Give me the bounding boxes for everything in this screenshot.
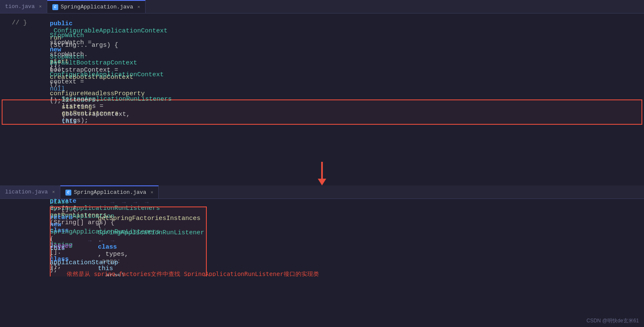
tab-tion-java[interactable]: tion.java × bbox=[0, 0, 47, 13]
tab-close-bottom-left-icon[interactable]: × bbox=[52, 190, 55, 195]
highlight-box-top: → SpringApplicationRunListeners listener… bbox=[2, 99, 642, 125]
down-arrow bbox=[318, 162, 326, 185]
code-line-close-brace: } 依然是从 spring.factories文件中查找 SpringAppli… bbox=[0, 261, 644, 273]
top-code-area: // } public ConfigurableApplicationConte… bbox=[0, 13, 644, 128]
tab-spring-application-java-top[interactable]: C SpringApplication.java × bbox=[47, 0, 146, 13]
editor-container: tion.java × C SpringApplication.java × /… bbox=[0, 0, 644, 327]
cn-comment-text: 依然是从 spring.factories文件中查找 SpringApplica… bbox=[67, 271, 319, 276]
code-line-public: public ConfigurableApplicationContext ru… bbox=[0, 29, 644, 40]
bottom-code-area: → private SpringApplicationRunListeners … bbox=[0, 199, 644, 276]
line-text: } 依然是从 spring.factories文件中查找 SpringAppli… bbox=[12, 249, 319, 276]
tab-spring-application-java-bottom[interactable]: C SpringApplication.java × bbox=[60, 185, 159, 198]
arrow-section bbox=[0, 160, 644, 185]
top-tab-bar: tion.java × C SpringApplication.java × bbox=[0, 0, 644, 13]
code-line-starting: → listeners. starting (bootstrapContext,… bbox=[3, 112, 641, 124]
line-text: → listeners. starting (bootstrapContext,… bbox=[16, 82, 138, 128]
tab-close-bottom-right-icon[interactable]: × bbox=[151, 190, 154, 195]
watermark: CSDN @明快de玄米61 bbox=[587, 317, 639, 324]
tab-lication-java[interactable]: lication.java × bbox=[0, 185, 60, 198]
tab-label-top: SpringApplication.java bbox=[61, 4, 133, 10]
tab-close-icon[interactable]: × bbox=[39, 4, 42, 9]
tab-icon-bottom: C bbox=[65, 190, 71, 196]
tab-label-bottom: SpringApplication.java bbox=[74, 189, 146, 196]
arrow-shaft bbox=[321, 162, 323, 179]
bottom-tab-bar: lication.java × C SpringApplication.java… bbox=[0, 185, 644, 199]
bottom-panel: lication.java × C SpringApplication.java… bbox=[0, 185, 644, 327]
tab-close-top-icon[interactable]: × bbox=[137, 5, 140, 10]
top-panel: tion.java × C SpringApplication.java × /… bbox=[0, 0, 644, 160]
arrow-head-icon bbox=[318, 179, 326, 185]
tab-icon-top: C bbox=[52, 4, 58, 10]
